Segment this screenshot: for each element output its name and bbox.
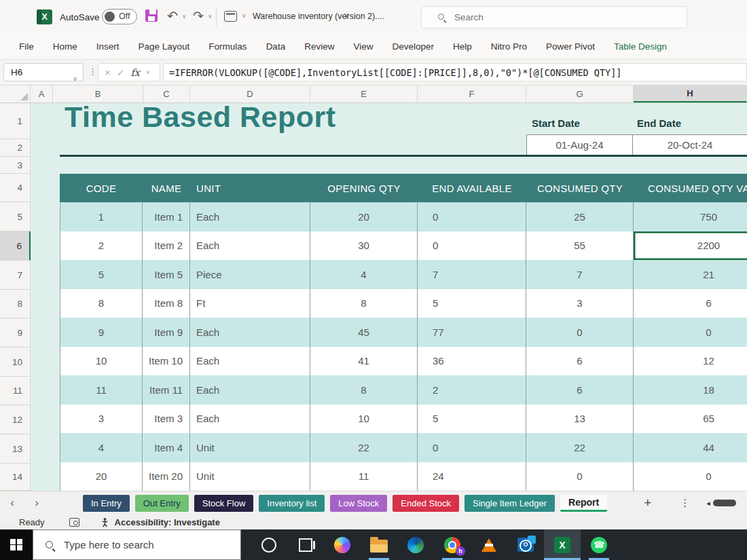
- outlook-icon[interactable]: [507, 529, 544, 560]
- cell[interactable]: 18: [634, 375, 747, 405]
- row-header-5[interactable]: 5: [0, 202, 30, 231]
- cell[interactable]: 7: [418, 260, 526, 289]
- cell[interactable]: 9: [60, 318, 143, 347]
- table-header-opening-qty[interactable]: OPENING QTY: [310, 174, 418, 202]
- cell[interactable]: Item 20: [143, 462, 190, 491]
- undo-icon[interactable]: ↶: [167, 8, 178, 24]
- cell[interactable]: 25: [526, 202, 634, 231]
- cell[interactable]: 22: [310, 433, 418, 462]
- sheet-tab-stock-flow[interactable]: Stock Flow: [194, 495, 254, 512]
- sheet-tab-out-entry[interactable]: Out Entry: [135, 495, 189, 512]
- sheet-tab-in-entry[interactable]: In Entry: [83, 495, 130, 512]
- cell[interactable]: Each: [190, 405, 310, 434]
- column-header-a[interactable]: A: [31, 86, 53, 102]
- cell[interactable]: 30: [310, 231, 418, 261]
- sheet-nav-left-icon[interactable]: ‹: [0, 496, 24, 510]
- column-header-f[interactable]: F: [418, 86, 526, 102]
- cell[interactable]: 24: [418, 462, 526, 491]
- cell[interactable]: Item 4: [143, 433, 190, 462]
- cell[interactable]: 65: [634, 405, 747, 434]
- cell[interactable]: Each: [190, 202, 310, 231]
- cell[interactable]: 0: [526, 462, 634, 491]
- chevron-down-icon[interactable]: ∨: [242, 12, 247, 19]
- cell[interactable]: 0: [634, 318, 747, 347]
- cancel-icon[interactable]: ×: [105, 67, 111, 78]
- document-title[interactable]: Warehouse inventory (version 2)....: [253, 12, 384, 21]
- cell[interactable]: 41: [310, 347, 418, 376]
- row-header-4[interactable]: 4: [0, 174, 30, 202]
- cell[interactable]: 2: [60, 231, 143, 261]
- start-date-cell[interactable]: 01-Aug-24: [526, 134, 633, 155]
- row-header-1[interactable]: 1: [0, 103, 30, 139]
- cell[interactable]: Each: [190, 318, 310, 347]
- row-header-10[interactable]: 10: [0, 348, 30, 377]
- cell[interactable]: Ft: [190, 289, 310, 318]
- cell[interactable]: 21: [634, 260, 747, 289]
- row-header-12[interactable]: 12: [0, 405, 30, 434]
- cell[interactable]: 5: [60, 260, 143, 289]
- cell[interactable]: Piece: [190, 260, 310, 289]
- ribbon-tab-page-layout[interactable]: Page Layout: [129, 41, 200, 52]
- ribbon-display-options-icon[interactable]: [224, 11, 237, 22]
- sheet-tab-single-item-ledger[interactable]: Single Item Ledger: [464, 495, 555, 512]
- cell[interactable]: Item 8: [143, 289, 190, 318]
- cell[interactable]: 20: [60, 462, 143, 491]
- fx-chevron-icon[interactable]: ∨: [146, 69, 150, 75]
- table-header-end-available[interactable]: END AVAILABLE: [418, 174, 526, 202]
- hscroll-thumb[interactable]: [713, 500, 736, 506]
- row-header-13[interactable]: 13: [0, 434, 30, 464]
- column-header-c[interactable]: C: [143, 86, 190, 102]
- sheet-nav-right-icon[interactable]: ›: [24, 496, 49, 510]
- cell[interactable]: Each: [190, 347, 310, 376]
- redo-chevron-icon[interactable]: ∨: [208, 13, 213, 20]
- redo-icon[interactable]: ↷: [193, 8, 204, 24]
- ribbon-tab-home[interactable]: Home: [43, 41, 87, 52]
- accessibility-status[interactable]: Accessibility: Investigate: [115, 517, 220, 527]
- enter-icon[interactable]: ✓: [117, 67, 125, 78]
- cell[interactable]: 6: [634, 289, 747, 318]
- table-header-unit[interactable]: UNIT: [190, 174, 310, 202]
- cell[interactable]: Each: [190, 375, 310, 405]
- column-header-g[interactable]: G: [526, 86, 634, 102]
- save-icon[interactable]: [145, 10, 158, 22]
- row-header-11[interactable]: 11: [0, 377, 30, 405]
- ribbon-tab-file[interactable]: File: [10, 41, 43, 52]
- table-header-consumed-qty[interactable]: CONSUMED QTY: [526, 174, 634, 202]
- column-header-b[interactable]: B: [53, 86, 143, 102]
- ribbon-tab-power-pivot[interactable]: Power Pivot: [536, 41, 604, 52]
- cell[interactable]: Item 10: [143, 347, 190, 376]
- task-view-icon[interactable]: [287, 529, 324, 560]
- chrome-icon[interactable]: h: [434, 529, 471, 560]
- taskbar-search-box[interactable]: Type here to search: [33, 529, 241, 560]
- cell[interactable]: 8: [310, 289, 418, 318]
- row-header-9[interactable]: 9: [0, 318, 30, 348]
- ribbon-tab-review[interactable]: Review: [295, 41, 344, 52]
- vlc-icon[interactable]: [471, 529, 507, 560]
- cell[interactable]: 0: [526, 318, 634, 347]
- file-explorer-icon[interactable]: [361, 529, 397, 560]
- titlebar-search-box[interactable]: Search: [421, 6, 687, 29]
- row-header-14[interactable]: 14: [0, 464, 30, 491]
- cell[interactable]: Item 11: [143, 375, 190, 405]
- ribbon-tab-help[interactable]: Help: [443, 41, 481, 52]
- cell[interactable]: Unit: [190, 433, 310, 462]
- cell[interactable]: Each: [190, 231, 310, 261]
- table-header-consumed-qty-value[interactable]: CONSUMED QTY VALUE: [634, 174, 747, 202]
- cell[interactable]: 1: [60, 202, 143, 231]
- formula-input[interactable]: =IFERROR(VLOOKUP([@CODE],InventoryList[[…: [163, 63, 747, 81]
- cell[interactable]: 11: [60, 375, 143, 405]
- undo-chevron-icon[interactable]: ∨: [182, 13, 187, 20]
- row-header-2[interactable]: 2: [0, 139, 30, 157]
- cell[interactable]: 8: [60, 289, 143, 318]
- cell[interactable]: 5: [418, 289, 526, 318]
- cell[interactable]: 20: [310, 202, 418, 231]
- autosave-toggle[interactable]: Off: [102, 9, 137, 24]
- ribbon-tab-developer[interactable]: Developer: [382, 41, 443, 52]
- cell[interactable]: 22: [526, 433, 634, 462]
- edge-icon[interactable]: [397, 529, 434, 560]
- cell[interactable]: 44: [634, 433, 747, 462]
- cell[interactable]: 5: [418, 405, 526, 434]
- sheet-tab-low-stock[interactable]: Low Stock: [330, 495, 387, 512]
- ribbon-tab-view[interactable]: View: [344, 41, 382, 52]
- cell[interactable]: 36: [418, 347, 526, 376]
